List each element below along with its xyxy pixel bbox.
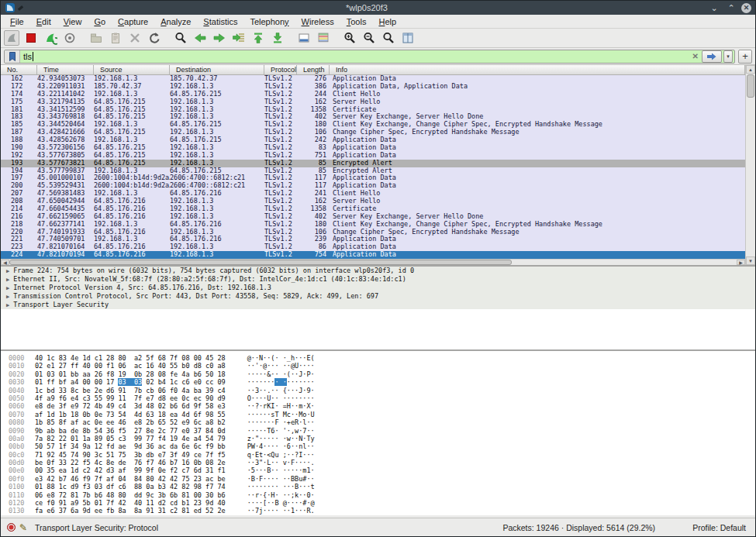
packet-row-200[interactable]: 20045.5395294312600:1004:b14d:9d2a…2606:… [1, 182, 745, 190]
zoom-out-icon[interactable] [361, 30, 377, 46]
column-headers[interactable]: No.TimeSourceDestinationProtocolLengthIn… [1, 65, 745, 75]
horizontal-scrollbar[interactable]: ◀ ▶ [1, 259, 745, 265]
minimize-button[interactable]: ⌄ [706, 1, 723, 15]
menu-capture[interactable]: Capture [112, 15, 154, 29]
vertical-scroll-thumb[interactable] [747, 74, 754, 98]
packet-row-224[interactable]: 22447.82107019464.85.176.216192.168.1.3T… [1, 251, 745, 259]
zoom-in-icon[interactable] [342, 30, 357, 46]
packet-row-187[interactable]: 18743.42842166664.85.176.215192.168.1.3T… [1, 129, 745, 136]
expert-info-icon[interactable] [7, 523, 16, 532]
column-header-time[interactable]: Time [37, 65, 94, 74]
menu-analyze[interactable]: Analyze [154, 15, 197, 29]
packet-row-216[interactable]: 21647.66215906564.85.176.216192.168.1.3T… [1, 213, 745, 221]
menu-view[interactable]: View [57, 15, 88, 29]
hex-row-0040[interactable]: 00401c bd 33 8c be 2e d6 91 7b cb 06 f0 … [1, 387, 755, 394]
horizontal-scroll-track[interactable] [512, 260, 737, 265]
menu-help[interactable]: Help [372, 15, 402, 29]
packet-row-192[interactable]: 19243.57767380564.85.176.215192.168.1.3T… [1, 152, 745, 160]
column-header-protocol[interactable]: Protocol [264, 65, 297, 74]
capture-comment-icon[interactable]: ✎ [19, 522, 27, 533]
hex-row-00e0[interactable]: 00e000 35 ea 1d c2 42 d3 af 99 9f 0e f2 … [1, 466, 755, 474]
restart-capture-icon[interactable] [43, 30, 58, 46]
packet-row-188[interactable]: 18843.428562678192.168.1.364.85.176.215T… [1, 136, 745, 144]
packet-row-175[interactable]: 17543.32179413564.85.176.215192.168.1.3T… [1, 98, 745, 106]
filter-bookmark-icon[interactable] [5, 50, 20, 63]
hex-row-0070[interactable]: 0070af 1d 1b 18 0b 0e 73 54 4d 63 18 ea … [1, 411, 755, 418]
filter-dropdown-icon[interactable]: ▾ [723, 50, 733, 63]
capture-options-icon[interactable] [62, 30, 78, 46]
horizontal-scroll-thumb[interactable] [9, 260, 512, 265]
hex-row-0000[interactable]: 000040 1c 83 4e 1d c1 28 80 a2 5f 68 7f … [1, 354, 755, 362]
packet-row-208[interactable]: 20847.65004294464.85.176.216192.168.1.3T… [1, 198, 745, 205]
hex-row-0090[interactable]: 00909b ab ba de 8b 54 36 f5 27 8e 2c 77 … [1, 427, 755, 435]
packet-row-162[interactable]: 16242.934053073192.168.1.3185.70.42.37TL… [1, 75, 745, 83]
packet-row-181[interactable]: 18143.34151259964.85.176.215192.168.1.3T… [1, 106, 745, 114]
packet-row-190[interactable]: 19043.57230615664.85.176.215192.168.1.3T… [1, 144, 745, 152]
hex-row-00a0[interactable]: 00a07a 82 22 01 1a 89 05 c3 99 77 f4 19 … [1, 435, 755, 442]
colorize-icon[interactable] [316, 30, 331, 46]
packet-row-220[interactable]: 22047.74019193364.85.176.216192.168.1.3T… [1, 229, 745, 236]
hex-row-0110[interactable]: 011006 e8 72 81 7b b6 48 80 dd 9c 3b 6b … [1, 491, 755, 499]
close-file-icon[interactable] [127, 30, 143, 46]
filter-clear-icon[interactable]: ✕ [689, 52, 702, 60]
go-last-icon[interactable] [270, 30, 285, 46]
find-packet-icon[interactable] [173, 30, 188, 46]
expand-arrow-icon[interactable]: ▶ [1, 302, 13, 308]
packet-row-223[interactable]: 22347.82107016464.85.176.216192.168.1.3T… [1, 243, 745, 251]
packet-row-197[interactable]: 19745.0010001012600:1004:b14d:9d2a…2606:… [1, 174, 745, 182]
hex-row-0120[interactable]: 0120ce f0 91 a9 5b 01 7f 42 40 11 d2 cd … [1, 499, 755, 507]
packet-row-174[interactable]: 17443.221141042192.168.1.364.85.176.215T… [1, 91, 745, 98]
expand-arrow-icon[interactable]: ▶ [1, 268, 13, 274]
packet-row-214[interactable]: 21447.66045443564.85.176.216192.168.1.3T… [1, 205, 745, 213]
scroll-down-arrow[interactable]: ▼ [746, 256, 755, 265]
go-back-icon[interactable] [192, 30, 208, 46]
hex-row-0010[interactable]: 001002 e1 27 ff 40 00 f1 06 ac 16 40 55 … [1, 362, 755, 370]
save-file-icon[interactable] [108, 30, 123, 46]
reload-file-icon[interactable] [147, 30, 162, 46]
packet-row-183[interactable]: 18343.34376981864.85.176.215192.168.1.3T… [1, 113, 745, 121]
start-capture-icon[interactable] [4, 30, 19, 46]
expand-arrow-icon[interactable]: ▶ [1, 294, 13, 300]
hex-row-0030[interactable]: 003001 ff bf a4 00 00 17 03 03 02 b4 1c … [1, 378, 755, 386]
packet-row-218[interactable]: 21847.662377141192.168.1.364.85.176.216T… [1, 221, 745, 229]
maximize-button[interactable]: ⌃ [723, 1, 740, 15]
filter-apply-icon[interactable] [702, 50, 722, 63]
column-header-source[interactable]: Source [94, 65, 170, 74]
packet-row-207[interactable]: 20747.569381483192.168.1.364.85.176.216T… [1, 190, 745, 198]
resize-columns-icon[interactable] [400, 30, 416, 46]
go-first-icon[interactable] [250, 30, 266, 46]
zoom-reset-icon[interactable] [381, 30, 396, 46]
expand-arrow-icon[interactable]: ▶ [1, 277, 13, 283]
expand-arrow-icon[interactable]: ▶ [1, 285, 13, 291]
hex-row-00c0[interactable]: 00c071 92 45 74 90 3c 51 75 3b db e7 3f … [1, 451, 755, 459]
scroll-right-arrow[interactable]: ▶ [737, 260, 745, 265]
column-header-no[interactable]: No. [1, 65, 37, 74]
detail-row-2[interactable]: ▶Internet Protocol Version 4, Src: 64.85… [1, 284, 755, 292]
hex-row-0060[interactable]: 0060e8 de 3f e9 72 4b 49 c4 3d 48 02 b6 … [1, 402, 755, 410]
menu-edit[interactable]: Edit [30, 15, 57, 29]
vertical-scroll-track[interactable] [746, 98, 755, 256]
add-filter-button[interactable]: + [738, 50, 752, 64]
detail-row-0[interactable]: ▶Frame 224: 754 bytes on wire (6032 bits… [1, 267, 755, 275]
go-forward-icon[interactable] [212, 30, 227, 46]
display-filter-input[interactable]: tls ✕ ▾ [4, 50, 735, 64]
hex-row-0020[interactable]: 002001 03 01 bb aa 26 f8 19 0b 28 08 fe … [1, 370, 755, 378]
vertical-scrollbar[interactable]: ▲ ▼ [745, 65, 755, 265]
menu-wireless[interactable]: Wireless [295, 15, 340, 29]
menu-go[interactable]: Go [88, 15, 112, 29]
column-header-info[interactable]: Info [330, 65, 745, 74]
detail-row-3[interactable]: ▶Transmission Control Protocol, Src Port… [1, 292, 755, 301]
packet-row-172[interactable]: 17243.220911031185.70.42.37192.168.1.3TL… [1, 83, 745, 91]
scroll-left-arrow[interactable]: ◀ [1, 260, 9, 265]
menu-tools[interactable]: Tools [340, 15, 373, 29]
column-header-length[interactable]: Length [297, 65, 330, 74]
close-button[interactable]: ✕ [741, 3, 751, 13]
hex-row-00b0[interactable]: 00b050 57 1f 34 9a 12 fd ae 9d 36 ac da … [1, 442, 755, 450]
go-to-packet-icon[interactable] [231, 30, 247, 46]
column-header-destination[interactable]: Destination [170, 65, 264, 74]
menu-telephony[interactable]: Telephony [243, 15, 295, 29]
hex-row-0050[interactable]: 00504f a9 f6 e4 c3 55 99 11 7f e7 d8 ee … [1, 394, 755, 402]
hex-row-00d0[interactable]: 00d0be 0f 33 22 f5 4c 8e de 76 f7 46 b7 … [1, 459, 755, 466]
detail-row-4[interactable]: ▶Transport Layer Security [1, 301, 755, 309]
hex-row-0100[interactable]: 010001 88 1c d9 f3 03 df c6 88 0a b3 42 … [1, 483, 755, 491]
